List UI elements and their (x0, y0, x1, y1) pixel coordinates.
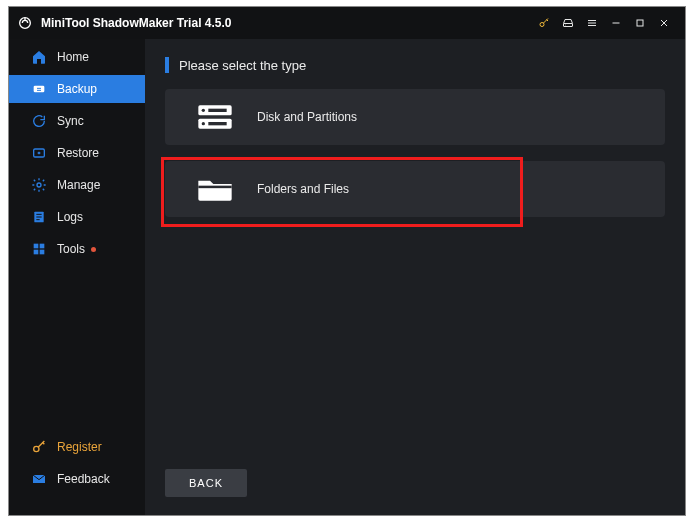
backup-icon (31, 81, 47, 97)
title-bar: MiniTool ShadowMaker Trial 4.5.0 (9, 7, 685, 39)
sidebar-item-feedback[interactable]: Feedback (9, 465, 145, 493)
svg-rect-8 (40, 244, 45, 249)
sidebar-item-label: Tools (57, 242, 85, 256)
disk-icon[interactable] (557, 12, 579, 34)
restore-icon (31, 145, 47, 161)
logs-icon (31, 209, 47, 225)
sidebar-item-label: Restore (57, 146, 99, 160)
sidebar-item-label: Manage (57, 178, 100, 192)
svg-point-0 (540, 23, 544, 27)
page-title: Please select the type (179, 58, 306, 73)
back-button-label: BACK (189, 477, 223, 489)
app-window: MiniTool ShadowMaker Trial 4.5.0 (8, 6, 686, 516)
sidebar-item-register[interactable]: Register (9, 433, 145, 461)
svg-rect-7 (34, 244, 39, 249)
svg-rect-9 (34, 250, 39, 255)
sidebar-item-logs[interactable]: Logs (9, 203, 145, 231)
folder-icon (195, 171, 235, 207)
svg-rect-3 (34, 86, 45, 93)
disk-partitions-icon (195, 99, 235, 135)
svg-rect-1 (564, 24, 573, 27)
svg-point-11 (34, 446, 39, 451)
back-button[interactable]: BACK (165, 469, 247, 497)
svg-rect-17 (208, 122, 226, 125)
tools-icon (31, 241, 47, 257)
close-button[interactable] (653, 12, 675, 34)
svg-point-14 (202, 109, 205, 112)
sidebar-item-restore[interactable]: Restore (9, 139, 145, 167)
menu-icon[interactable] (581, 12, 603, 34)
manage-icon (31, 177, 47, 193)
sidebar-item-sync[interactable]: Sync (9, 107, 145, 135)
page-header: Please select the type (165, 57, 665, 73)
sidebar-item-label: Backup (57, 82, 97, 96)
sidebar-item-label: Home (57, 50, 89, 64)
sidebar-item-label: Feedback (57, 472, 110, 486)
sidebar-item-label: Logs (57, 210, 83, 224)
sync-icon (31, 113, 47, 129)
app-title: MiniTool ShadowMaker Trial 4.5.0 (41, 16, 531, 30)
svg-rect-15 (208, 109, 226, 112)
app-logo-icon (17, 15, 33, 31)
sidebar-item-backup[interactable]: Backup (9, 75, 145, 103)
svg-rect-18 (198, 186, 231, 189)
sidebar-item-home[interactable]: Home (9, 43, 145, 71)
svg-point-5 (37, 183, 41, 187)
minimize-button[interactable] (605, 12, 627, 34)
svg-rect-2 (637, 20, 643, 26)
sidebar-item-label: Sync (57, 114, 84, 128)
key-icon (31, 439, 47, 455)
sidebar: Home Backup Sync (9, 39, 145, 515)
key-icon[interactable] (533, 12, 555, 34)
maximize-button[interactable] (629, 12, 651, 34)
feedback-icon (31, 471, 47, 487)
sidebar-item-label: Register (57, 440, 102, 454)
option-label: Disk and Partitions (257, 110, 357, 124)
option-folders-and-files[interactable]: Folders and Files (165, 161, 665, 217)
main-panel: Please select the type Disk and Partitio… (145, 39, 685, 515)
sidebar-item-tools[interactable]: Tools (9, 235, 145, 263)
option-label: Folders and Files (257, 182, 349, 196)
svg-point-16 (202, 122, 205, 125)
svg-rect-10 (40, 250, 45, 255)
option-disk-and-partitions[interactable]: Disk and Partitions (165, 89, 665, 145)
sidebar-item-manage[interactable]: Manage (9, 171, 145, 199)
header-accent-bar (165, 57, 169, 73)
notification-dot-icon (91, 247, 96, 252)
home-icon (31, 49, 47, 65)
